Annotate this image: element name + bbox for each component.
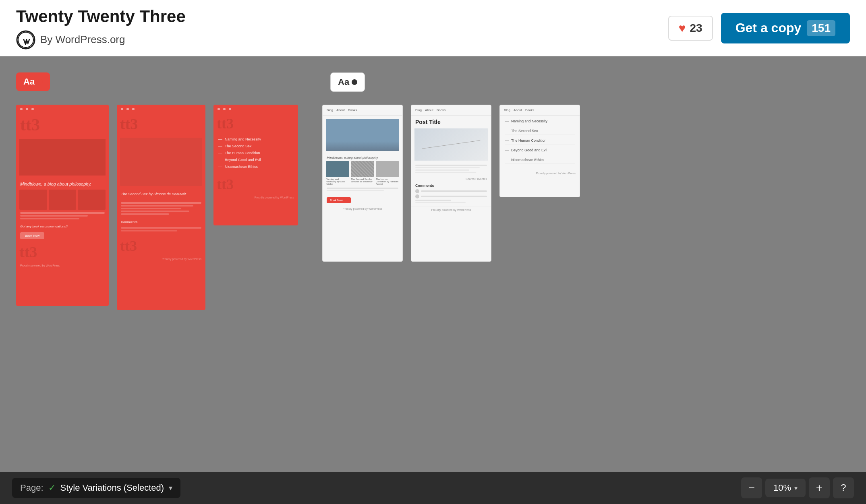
like-count: 23 — [690, 22, 702, 35]
theme-title: Twenty Twenty Three — [16, 7, 186, 26]
header-right: ♥ 23 Get a copy 151 — [668, 13, 850, 43]
wc1-action-btn[interactable]: Book Now — [327, 197, 351, 203]
bottom-toolbar: Page: ✓ Style Variations (Selected) ▾ − … — [0, 472, 866, 504]
wc2-post-image — [414, 128, 488, 161]
wordpress-logo-icon — [16, 30, 35, 50]
rc1-tt3-bottom: tt3 — [16, 242, 109, 262]
page-check-icon: ✓ — [48, 483, 56, 493]
zoom-out-button[interactable]: − — [741, 477, 762, 498]
zoom-plus-icon: + — [816, 481, 822, 494]
zoom-in-button[interactable]: + — [809, 477, 830, 498]
wc1-hero-photo — [326, 119, 399, 151]
zoom-controls: − 10% ▾ + ? — [741, 477, 854, 498]
rc2-book-title: The Second Sex by Simone de Beauvoir — [117, 189, 205, 200]
white-card-3[interactable]: Blog About Books —Naming and Necessity —… — [499, 105, 580, 197]
header: Twenty Twenty Three By WordPress.org ♥ 2… — [0, 0, 866, 56]
heart-icon: ♥ — [679, 21, 686, 35]
page-name: Style Variations (Selected) — [60, 483, 164, 493]
get-copy-button[interactable]: Get a copy 151 — [721, 13, 850, 43]
rc1-tt3-top: tt3 — [16, 114, 109, 136]
wc2-nav: Blog About Books — [411, 105, 491, 116]
wc2-post-title: Post Title — [411, 116, 491, 127]
get-copy-label: Get a copy — [735, 21, 802, 35]
help-icon: ? — [841, 482, 846, 494]
red-card-2[interactable]: tt3 The Second Sex by Simone de Beauvoir… — [117, 105, 205, 310]
rc3-book-list: —Naming and Necessity —The Second Sex —T… — [213, 134, 298, 174]
chevron-down-icon: ▾ — [169, 483, 172, 492]
page-label: Page: — [20, 483, 44, 493]
wc1-blog-name: Mindblown: a blog about philosophy. — [323, 154, 402, 161]
rc2-tt3-top: tt3 — [117, 114, 205, 134]
theme-canvas: Aa Aa tt3 Mindblown: a blog about philos… — [0, 56, 866, 472]
rc3-tt3-top: tt3 — [213, 114, 298, 134]
author-row: By WordPress.org — [16, 30, 186, 50]
zoom-percent: 10% — [773, 483, 791, 493]
wc2-search-label: Search Favorites — [411, 177, 491, 181]
rc2-book-image — [120, 138, 202, 186]
copy-count: 151 — [807, 20, 835, 36]
rc1-hero-image — [19, 139, 106, 176]
red-card-3[interactable]: tt3 —Naming and Necessity —The Second Se… — [213, 105, 298, 225]
red-card-1[interactable]: tt3 Mindblown: a blog about philosophy. … — [16, 105, 109, 306]
wc3-footer: Proudly powered by WordPress — [500, 170, 580, 176]
white-card-2[interactable]: Blog About Books Post Title Search Favor… — [411, 105, 491, 262]
page-selector[interactable]: Page: ✓ Style Variations (Selected) ▾ — [12, 478, 180, 498]
red-theme-previews: tt3 Mindblown: a blog about philosophy. … — [16, 105, 298, 310]
rc1-book-images — [16, 190, 109, 210]
header-left: Twenty Twenty Three By WordPress.org — [16, 7, 186, 50]
rc2-tt3-bottom: tt3 — [117, 234, 205, 256]
white-badge-aa: Aa — [338, 77, 349, 87]
wc1-nav: Blog About Books — [323, 105, 402, 116]
rc1-section-title: Got any book recommendations? — [16, 223, 109, 230]
help-button[interactable]: ? — [833, 477, 854, 498]
white-card-1[interactable]: Blog About Books Mindblown: a blog about… — [322, 105, 403, 262]
dark-dot-icon — [352, 79, 357, 85]
wc3-book-list: —Naming and Necessity —The Second Sex —T… — [500, 116, 580, 170]
author-text: By WordPress.org — [40, 33, 125, 46]
rc2-comments-label: Comments — [117, 219, 205, 225]
wc3-nav: Blog About Books — [500, 105, 580, 116]
rc1-action-btn: Book Now — [20, 232, 44, 239]
zoom-minus-icon: − — [748, 481, 755, 494]
zoom-chevron-icon: ▾ — [794, 484, 798, 492]
white-style-badge[interactable]: Aa — [330, 72, 365, 92]
like-button[interactable]: ♥ 23 — [668, 16, 713, 41]
rc3-tt3-bottom: tt3 — [213, 174, 298, 194]
red-badge-aa: Aa — [23, 76, 35, 87]
red-style-badge[interactable]: Aa — [16, 72, 50, 91]
white-theme-previews: Blog About Books Mindblown: a blog about… — [322, 105, 580, 262]
rc1-blog-title: Mindblown: a blog about philosophy. — [16, 179, 109, 190]
wc2-comments: Comments — [411, 181, 491, 207]
wc1-book-grid: Naming and Necessity by Saul Kripke The … — [323, 161, 402, 185]
zoom-value-display[interactable]: 10% ▾ — [765, 479, 806, 497]
red-dot-icon — [37, 79, 43, 85]
